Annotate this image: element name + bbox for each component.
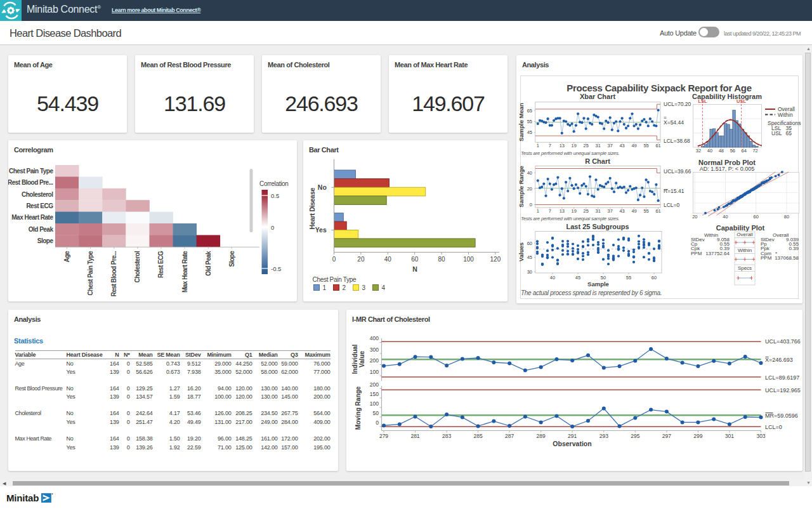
svg-text:Last 25 Subgroups: Last 25 Subgroups	[566, 223, 629, 230]
svg-text:60: 60	[754, 214, 759, 220]
svg-text:60: 60	[652, 275, 657, 281]
svg-text:1: 1	[323, 284, 327, 291]
svg-text:400: 400	[370, 335, 379, 341]
svg-text:Heart Disease: Heart Disease	[308, 188, 316, 230]
svg-text:301: 301	[725, 433, 734, 439]
svg-text:4: 4	[382, 284, 386, 291]
svg-text:X=54.44: X=54.44	[664, 119, 684, 126]
svg-text:LCL=89.6197: LCL=89.6197	[765, 374, 799, 381]
svg-text:Observation: Observation	[553, 440, 591, 447]
svg-text:20: 20	[692, 214, 697, 220]
svg-text:55: 55	[626, 275, 631, 281]
svg-text:Xbar Chart: Xbar Chart	[580, 93, 616, 100]
svg-text:0: 0	[530, 202, 532, 208]
svg-text:LCL=0: LCL=0	[765, 424, 782, 430]
svg-text:287: 287	[505, 433, 514, 439]
svg-text:Values: Values	[518, 242, 525, 261]
svg-text:150: 150	[370, 391, 379, 397]
svg-text:Rest ECG: Rest ECG	[158, 251, 165, 278]
svg-text:X=246.693: X=246.693	[765, 357, 793, 363]
svg-text:55: 55	[527, 119, 532, 124]
svg-text:100: 100	[370, 400, 379, 407]
svg-text:USL: USL	[737, 98, 746, 104]
svg-text:2: 2	[343, 284, 346, 291]
svg-text:USL: USL	[771, 130, 782, 136]
svg-text:UCL=403.766: UCL=403.766	[765, 338, 801, 345]
svg-text:293: 293	[599, 433, 608, 439]
svg-text:UCL=39.66: UCL=39.66	[664, 168, 691, 175]
svg-text:45: 45	[527, 129, 532, 135]
svg-text:PPM: PPM	[691, 251, 702, 256]
svg-text:40: 40	[723, 214, 728, 220]
svg-text:Sample: Sample	[587, 281, 609, 288]
svg-text:Capability Plot: Capability Plot	[716, 224, 765, 232]
svg-text:Chest Pain Type: Chest Pain Type	[313, 276, 357, 283]
svg-text:N: N	[412, 265, 417, 273]
svg-text:UCL=70.20: UCL=70.20	[664, 101, 691, 107]
svg-text:R=15.41: R=15.41	[664, 188, 684, 194]
svg-text:Slope: Slope	[228, 251, 235, 267]
svg-text:Sample Mean: Sample Mean	[518, 103, 525, 142]
svg-text:Rest ECG: Rest ECG	[26, 202, 53, 209]
svg-text:LCL=38.68: LCL=38.68	[664, 138, 690, 144]
svg-text:303: 303	[756, 433, 765, 439]
svg-text:60: 60	[411, 256, 419, 263]
svg-text:No: No	[318, 183, 327, 191]
svg-text:200: 200	[370, 381, 379, 388]
svg-text:Correlation: Correlation	[259, 180, 289, 187]
svg-text:Chest Pain Type: Chest Pain Type	[87, 251, 94, 295]
svg-text:-0.5: -0.5	[271, 265, 281, 272]
svg-text:50: 50	[373, 410, 379, 416]
svg-text:Process Capability Sixpack Rep: Process Capability Sixpack Report for Ag…	[566, 83, 751, 93]
svg-text:Overall: Overall	[737, 232, 753, 237]
svg-text:289: 289	[537, 433, 546, 439]
svg-text:0: 0	[332, 256, 336, 263]
svg-text:Age: Age	[63, 251, 70, 262]
svg-text:AD: 1.517, P: < 0.005: AD: 1.517, P: < 0.005	[700, 166, 754, 172]
svg-text:295: 295	[631, 433, 639, 439]
svg-text:Within: Within	[738, 248, 752, 253]
svg-text:Yes: Yes	[315, 226, 327, 234]
svg-text:100: 100	[463, 256, 474, 263]
svg-text:Old Peak: Old Peak	[205, 251, 212, 276]
svg-text:200: 200	[370, 357, 379, 364]
svg-text:283: 283	[442, 433, 451, 439]
svg-text:300: 300	[370, 347, 379, 353]
svg-text:Within: Within	[704, 232, 718, 238]
svg-text:The actual process spread is r: The actual process spread is represented…	[521, 289, 662, 296]
svg-text:291: 291	[568, 433, 577, 439]
svg-text:Max Heart Rate: Max Heart Rate	[11, 214, 53, 221]
svg-text:Cholesterol: Cholesterol	[134, 251, 141, 282]
svg-text:Sample Range: Sample Range	[518, 166, 525, 207]
svg-text:LSL: LSL	[698, 98, 707, 104]
svg-text:Value: Value	[358, 351, 365, 368]
svg-text:Chest Pain Type: Chest Pain Type	[9, 168, 53, 175]
svg-text:3: 3	[362, 284, 366, 291]
svg-text:20: 20	[527, 186, 532, 192]
svg-text:0: 0	[376, 420, 379, 426]
svg-text:0.39: 0.39	[789, 246, 799, 251]
svg-text:100: 100	[370, 369, 379, 375]
svg-text:Max Heart Rate: Max Heart Rate	[181, 251, 188, 293]
svg-text:279: 279	[379, 433, 388, 439]
svg-text:285: 285	[474, 433, 483, 439]
svg-text:PPM: PPM	[761, 255, 772, 261]
svg-text:65: 65	[527, 108, 532, 114]
svg-text:Cholesterol: Cholesterol	[22, 191, 53, 198]
svg-text:20: 20	[357, 256, 365, 263]
svg-text:R Chart: R Chart	[585, 157, 610, 165]
svg-text:299: 299	[693, 433, 702, 439]
svg-text:281: 281	[410, 433, 419, 439]
svg-text:120: 120	[490, 256, 501, 263]
svg-text:Moving Range: Moving Range	[355, 386, 362, 430]
svg-text:80: 80	[438, 256, 446, 263]
svg-text:Rest Blood Pre...: Rest Blood Pre...	[8, 179, 53, 186]
svg-text:LCL=0: LCL=0	[664, 202, 680, 208]
svg-text:Specs: Specs	[738, 265, 752, 271]
svg-text:65: 65	[786, 130, 792, 136]
svg-text:Individual: Individual	[351, 344, 358, 374]
svg-text:40: 40	[550, 275, 555, 281]
svg-text:UCL=192.965: UCL=192.965	[765, 387, 801, 393]
svg-text:MR=59.0596: MR=59.0596	[765, 413, 798, 419]
svg-text:Tests are performed with unequ: Tests are performed with unequal sample …	[521, 150, 620, 156]
